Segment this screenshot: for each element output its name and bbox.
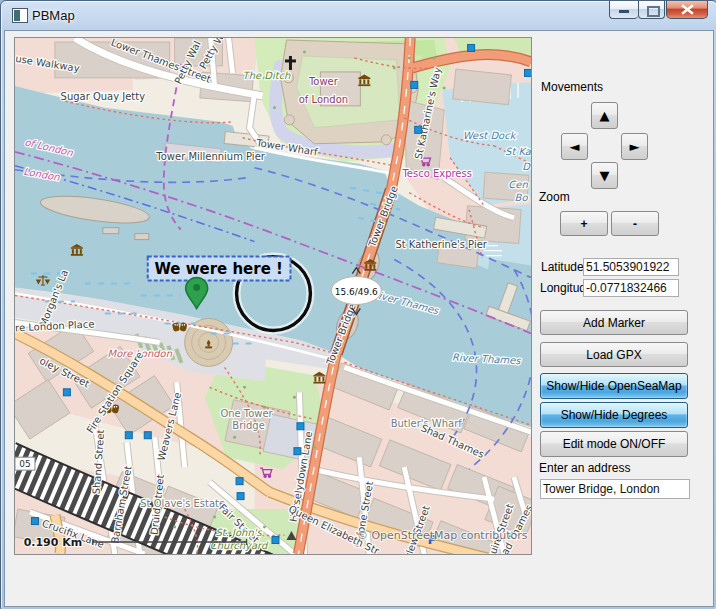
right-arrow-icon: ► <box>630 139 640 154</box>
edit-point-handle[interactable] <box>525 69 531 76</box>
zoom-in-button[interactable]: + <box>560 211 608 236</box>
map-label: Sugar Quay Jetty <box>61 91 146 102</box>
map-label: St Olave's Estate <box>140 498 225 509</box>
map-label: Tower Millennium Pier <box>155 151 265 162</box>
pan-down-button[interactable]: ▼ <box>591 162 618 189</box>
load-gpx-button[interactable]: Load GPX <box>540 342 688 367</box>
edit-point-handle[interactable] <box>411 81 418 88</box>
toggle-degrees-button[interactable]: Show/Hide Degrees <box>540 402 688 428</box>
map-marker-label[interactable]: We were here ! <box>148 257 291 281</box>
svg-text:05: 05 <box>19 459 30 469</box>
zoom-label: Zoom <box>539 190 570 204</box>
edit-point-handle[interactable] <box>297 423 304 430</box>
app-icon <box>12 8 28 23</box>
map-label: The Ditch <box>243 70 292 81</box>
latitude-input[interactable] <box>583 258 679 276</box>
down-arrow-icon: ▼ <box>600 168 610 183</box>
address-label: Enter an address <box>539 461 630 475</box>
movements-label: Movements <box>541 80 603 94</box>
svg-text:0.190 Km: 0.190 Km <box>24 536 82 549</box>
left-arrow-icon: ◄ <box>570 139 580 154</box>
add-marker-button[interactable]: Add Marker <box>540 310 688 335</box>
map-label: Tower <box>308 76 339 87</box>
edit-point-handle[interactable] <box>125 432 132 439</box>
scales-icon <box>37 275 50 285</box>
map-label: One Tower <box>220 408 273 419</box>
longitude-input[interactable] <box>583 279 679 297</box>
pan-up-button[interactable]: ▲ <box>591 102 618 129</box>
map-label: St. John's <box>215 527 262 538</box>
map-label: St Katherine's Pier <box>395 239 487 250</box>
map-label: Bo <box>515 192 529 203</box>
svg-text:15.6/49.6: 15.6/49.6 <box>335 287 378 297</box>
pan-left-button[interactable]: ◄ <box>561 133 588 160</box>
close-icon <box>681 4 694 15</box>
map-label: Tesco Express <box>401 168 471 179</box>
edit-point-handle[interactable] <box>272 537 279 544</box>
map-road-shield: 05 <box>15 457 35 470</box>
app-window: PBMap <box>0 0 716 609</box>
address-input[interactable] <box>540 479 690 499</box>
map-attribution: © OpenStreetMap contributors <box>357 529 528 542</box>
minimize-icon <box>619 10 629 13</box>
title-bar[interactable]: PBMap <box>1 1 716 31</box>
edit-point-handle[interactable] <box>294 448 301 455</box>
maximize-icon <box>647 6 660 17</box>
latitude-label: Latitude <box>541 260 584 274</box>
edit-point-handle[interactable] <box>468 44 475 51</box>
up-arrow-icon: ▲ <box>600 108 610 123</box>
window-title: PBMap <box>32 8 75 23</box>
map-label: of London <box>299 94 348 105</box>
map-canvas[interactable]: 05 <box>14 37 532 555</box>
zoom-out-button[interactable]: - <box>611 211 659 236</box>
edit-point-handle[interactable] <box>236 478 243 485</box>
map-label: Cen <box>508 179 528 190</box>
maximize-button[interactable] <box>638 1 665 19</box>
map-svg: 05 <box>15 38 531 554</box>
toggle-openseamap-button[interactable]: Show/Hide OpenSeaMap <box>540 373 688 399</box>
map-label: West Dock <box>463 130 517 141</box>
edit-point-handle[interactable] <box>144 432 151 439</box>
close-button[interactable] <box>666 1 708 19</box>
edit-point-handle[interactable] <box>237 493 244 500</box>
svg-text:We were here !: We were here ! <box>154 260 282 278</box>
edit-point-handle[interactable] <box>31 518 38 525</box>
edit-point-handle[interactable] <box>415 126 422 133</box>
pan-right-button[interactable]: ► <box>621 133 648 160</box>
minimize-button[interactable] <box>609 1 638 19</box>
edit-mode-button[interactable]: Edit mode ON/OFF <box>540 431 688 457</box>
map-label: D <box>522 161 531 172</box>
map-label: St Ka <box>505 146 531 157</box>
map-label: Bridge <box>232 420 265 431</box>
edit-point-handle[interactable] <box>63 389 70 396</box>
